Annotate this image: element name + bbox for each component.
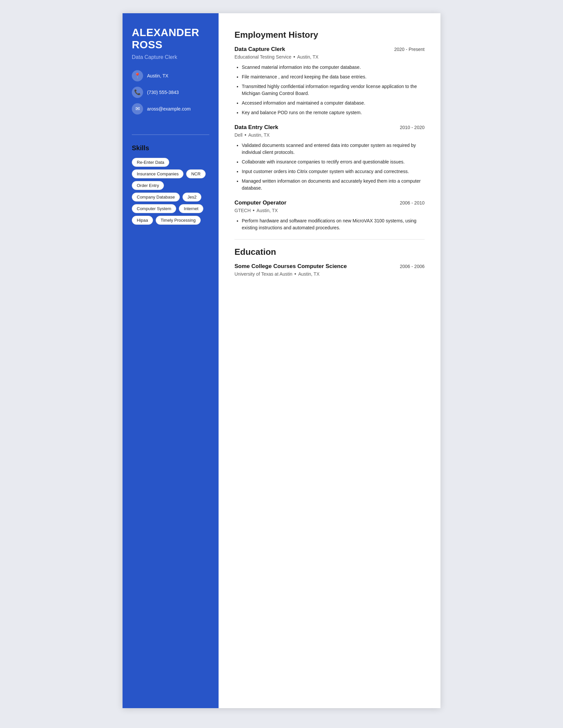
job-header-1: Data Entry Clerk 2010 - 2020 xyxy=(234,124,425,131)
edu-degree-0: Some College Courses Computer Science xyxy=(234,263,347,270)
skills-tags: Re-Enter DataInsurance CompaniesNCROrder… xyxy=(132,158,209,225)
skills-heading: Skills xyxy=(132,144,209,152)
resume-container: ALEXANDER ROSS Data Capture Clerk 📍 Aust… xyxy=(122,13,441,708)
job-company-1: Dell xyxy=(234,132,242,138)
edu-dates-0: 2006 - 2006 xyxy=(400,264,425,269)
skill-tag: Jes2 xyxy=(182,193,201,202)
email-text: aross@example.com xyxy=(147,106,191,112)
location-text: Austin, TX xyxy=(147,73,168,78)
job-company-0: Educational Testing Service xyxy=(234,54,292,60)
candidate-title: Data Capture Clerk xyxy=(132,54,209,60)
section-divider xyxy=(234,239,425,240)
skill-tag: Internet xyxy=(179,204,203,213)
list-item: Collaborate with insurance companies to … xyxy=(242,159,425,165)
job-bullets-2: Perform hardware and software modificati… xyxy=(234,217,425,231)
edu-block-0: Some College Courses Computer Science 20… xyxy=(234,263,425,277)
skill-tag: Company Database xyxy=(132,193,180,202)
job-location-2: Austin, TX xyxy=(257,208,278,213)
location-icon: 📍 xyxy=(132,70,143,81)
employment-heading: Employment History xyxy=(234,30,425,40)
job-dates-0: 2020 - Present xyxy=(394,47,425,52)
skill-tag: Timely Processing xyxy=(156,216,201,225)
education-heading: Education xyxy=(234,247,425,257)
job-block-1: Data Entry Clerk 2010 - 2020 Dell • Aust… xyxy=(234,124,425,192)
job-dates-1: 2010 - 2020 xyxy=(400,125,425,130)
job-header-2: Computer Operator 2006 - 2010 xyxy=(234,200,425,206)
sidebar: ALEXANDER ROSS Data Capture Clerk 📍 Aust… xyxy=(122,13,218,708)
job-location-0: Austin, TX xyxy=(297,54,318,60)
main-content: Employment History Data Capture Clerk 20… xyxy=(218,13,441,708)
skill-tag: Hipaa xyxy=(132,216,153,225)
list-item: Accessed information and maintained a co… xyxy=(242,100,425,107)
edu-school-0: University of Texas at Austin xyxy=(234,271,293,277)
job-block-2: Computer Operator 2006 - 2010 GTECH • Au… xyxy=(234,200,425,231)
job-meta-2: GTECH • Austin, TX xyxy=(234,207,425,213)
job-title-1: Data Entry Clerk xyxy=(234,124,278,131)
list-item: Validated documents scanned and entered … xyxy=(242,142,425,156)
job-bullets-1: Validated documents scanned and entered … xyxy=(234,142,425,192)
contact-section: 📍 Austin, TX 📞 (730) 555-3843 ✉ aross@ex… xyxy=(132,70,209,120)
job-header-0: Data Capture Clerk 2020 - Present xyxy=(234,46,425,53)
contact-location: 📍 Austin, TX xyxy=(132,70,209,81)
list-item: Perform hardware and software modificati… xyxy=(242,217,425,231)
candidate-name: ALEXANDER ROSS xyxy=(132,26,209,51)
list-item: File maintenance , and record keeping th… xyxy=(242,73,425,80)
skill-tag: Computer System xyxy=(132,204,176,213)
edu-meta-0: University of Texas at Austin • Austin, … xyxy=(234,271,425,277)
skill-tag: Re-Enter Data xyxy=(132,158,169,167)
skill-tag: Insurance Companies xyxy=(132,169,183,178)
phone-icon: 📞 xyxy=(132,87,143,98)
name-line1: ALEXANDER xyxy=(132,26,199,38)
job-dates-2: 2006 - 2010 xyxy=(400,200,425,205)
list-item: Scanned material information into the co… xyxy=(242,64,425,71)
job-block-0: Data Capture Clerk 2020 - Present Educat… xyxy=(234,46,425,116)
job-location-1: Austin, TX xyxy=(248,132,269,138)
skill-tag: NCR xyxy=(186,169,205,178)
list-item: Key and balance POD runs on the remote c… xyxy=(242,109,425,116)
skills-section: Skills Re-Enter DataInsurance CompaniesN… xyxy=(132,144,209,225)
contact-email: ✉ aross@example.com xyxy=(132,103,209,114)
sidebar-divider xyxy=(132,134,209,135)
email-icon: ✉ xyxy=(132,103,143,114)
list-item: Managed written information on documents… xyxy=(242,178,425,192)
job-bullets-0: Scanned material information into the co… xyxy=(234,64,425,116)
list-item: Input customer orders into Citrix comput… xyxy=(242,168,425,175)
name-line2: ROSS xyxy=(132,39,163,51)
contact-phone: 📞 (730) 555-3843 xyxy=(132,87,209,98)
job-title-0: Data Capture Clerk xyxy=(234,46,285,53)
job-company-2: GTECH xyxy=(234,208,251,213)
list-item: Transmitted highly confidential informat… xyxy=(242,83,425,97)
job-title-2: Computer Operator xyxy=(234,200,287,206)
job-meta-0: Educational Testing Service • Austin, TX xyxy=(234,54,425,60)
job-meta-1: Dell • Austin, TX xyxy=(234,132,425,138)
phone-text: (730) 555-3843 xyxy=(147,90,179,95)
edu-header-0: Some College Courses Computer Science 20… xyxy=(234,263,425,270)
skill-tag: Order Entry xyxy=(132,181,164,190)
edu-location-0: Austin, TX xyxy=(298,271,319,277)
